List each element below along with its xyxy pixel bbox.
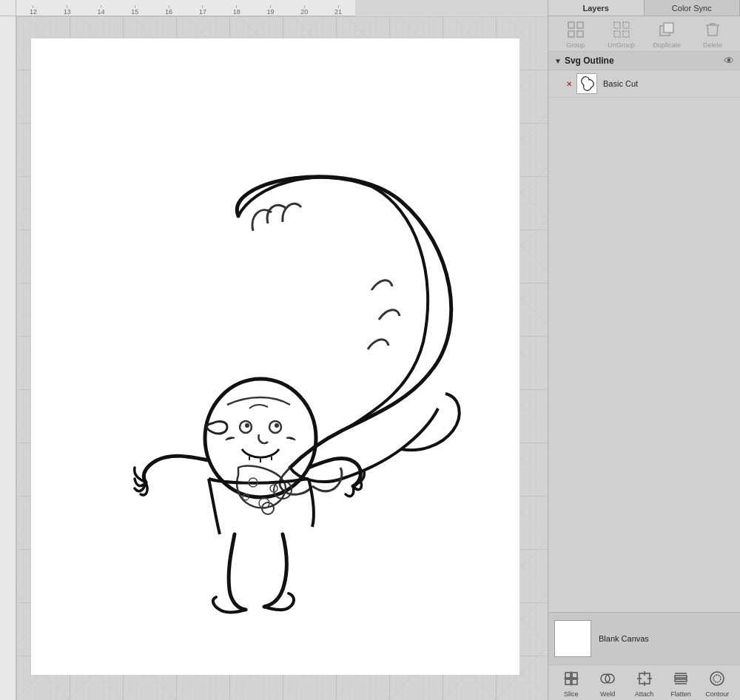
ruler-left xyxy=(0,16,16,700)
canvas-area: 12 13 14 15 16 17 18 19 20 21 xyxy=(0,0,548,700)
ruler-mark: 13 xyxy=(50,5,84,16)
visibility-toggle-icon[interactable]: 👁 xyxy=(724,55,734,67)
blank-canvas-label: Blank Canvas xyxy=(599,634,649,643)
layer-item[interactable]: ✕ Basic Cut xyxy=(548,70,740,98)
svg-rect-34 xyxy=(675,676,687,678)
svg-rect-22 xyxy=(572,673,577,678)
tab-color-sync[interactable]: Color Sync xyxy=(645,0,741,16)
delete-button[interactable]: Delete xyxy=(694,19,731,49)
slice-icon xyxy=(561,668,582,689)
delete-icon xyxy=(702,19,723,40)
character-illustration xyxy=(90,142,475,623)
layer-group-label: Svg Outline xyxy=(565,55,724,66)
ruler-corner xyxy=(0,0,16,16)
duplicate-label: Duplicate xyxy=(653,41,682,49)
panel-spacer xyxy=(548,332,740,613)
ungroup-label: UnGroup xyxy=(608,41,635,49)
duplicate-icon xyxy=(656,19,677,40)
bottom-toolbar: Slice Weld xyxy=(548,664,740,700)
blank-canvas-section: Blank Canvas xyxy=(548,612,740,664)
ruler-mark: 20 xyxy=(287,5,321,16)
contour-button[interactable]: Contour xyxy=(699,668,736,698)
svg-rect-13 xyxy=(568,31,574,37)
ruler-mark: 19 xyxy=(254,5,288,16)
ruler-mark: 15 xyxy=(118,5,152,16)
svg-rect-17 xyxy=(614,31,620,37)
layer-thumbnail xyxy=(576,73,597,94)
svg-point-4 xyxy=(275,423,279,428)
tabs-bar: Layers Color Sync xyxy=(548,0,740,16)
svg-rect-35 xyxy=(675,679,687,682)
blank-canvas-thumbnail xyxy=(554,620,591,657)
svg-rect-16 xyxy=(623,22,629,28)
collapse-arrow-icon: ▼ xyxy=(554,57,562,65)
weld-label: Weld xyxy=(600,690,615,698)
ruler-mark: 21 xyxy=(321,5,355,16)
slice-label: Slice xyxy=(564,690,579,698)
ruler-mark: 14 xyxy=(84,5,118,16)
flatten-button[interactable]: Flatten xyxy=(662,668,699,698)
attach-label: Attach xyxy=(635,690,654,698)
ruler-mark: 16 xyxy=(152,5,186,16)
attach-button[interactable]: Attach xyxy=(626,668,662,698)
svg-point-2 xyxy=(245,423,249,428)
canvas-content[interactable] xyxy=(16,16,548,700)
contour-label: Contour xyxy=(705,690,729,698)
group-label: Group xyxy=(566,41,585,49)
contour-icon xyxy=(707,668,727,689)
weld-button[interactable]: Weld xyxy=(589,668,625,698)
right-panel: Layers Color Sync Group xyxy=(548,0,740,700)
ruler-mark: 17 xyxy=(186,5,220,16)
svg-rect-24 xyxy=(572,679,577,684)
svg-rect-15 xyxy=(614,22,620,28)
group-icon xyxy=(565,19,586,40)
ruler-mark: 12 xyxy=(16,5,50,16)
ruler-mark: 18 xyxy=(220,5,254,16)
tab-layers[interactable]: Layers xyxy=(548,0,645,16)
slice-button[interactable]: Slice xyxy=(553,668,589,698)
svg-rect-20 xyxy=(664,23,673,33)
layer-group-header[interactable]: ▼ Svg Outline 👁 xyxy=(548,52,740,70)
panel-toolbar: Group UnGroup Duplicate xyxy=(548,16,740,52)
weld-icon xyxy=(597,668,618,689)
duplicate-button[interactable]: Duplicate xyxy=(648,19,685,49)
attach-icon xyxy=(634,668,655,689)
group-button[interactable]: Group xyxy=(557,19,594,49)
delete-label: Delete xyxy=(703,41,722,49)
layer-item-label: Basic Cut xyxy=(603,79,638,88)
svg-rect-18 xyxy=(623,31,629,37)
layer-x-icon: ✕ xyxy=(566,80,572,88)
ruler-top: 12 13 14 15 16 17 18 19 20 21 xyxy=(16,0,355,16)
svg-rect-23 xyxy=(565,679,571,684)
svg-rect-21 xyxy=(565,673,571,678)
ungroup-button[interactable]: UnGroup xyxy=(603,19,640,49)
svg-rect-12 xyxy=(577,22,583,28)
svg-rect-14 xyxy=(577,31,583,37)
flatten-icon xyxy=(670,668,691,689)
layer-section: ▼ Svg Outline 👁 ✕ Basic Cut xyxy=(548,52,740,332)
svg-rect-11 xyxy=(568,22,574,28)
ungroup-icon xyxy=(611,19,632,40)
flatten-label: Flatten xyxy=(670,690,691,698)
